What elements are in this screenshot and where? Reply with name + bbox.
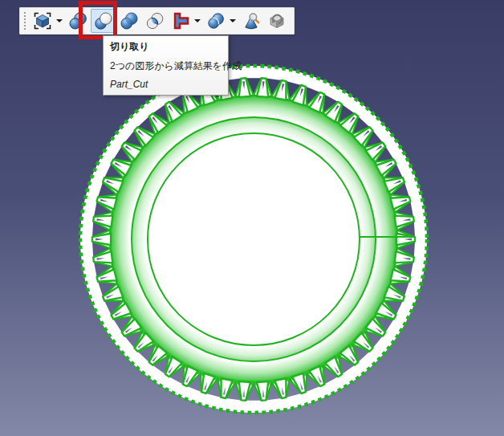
toolbar-drag-handle[interactable] [23,12,26,30]
tooltip-title: 切り取り [110,40,222,54]
part-cut-tooltip: 切り取り 2つの図形から減算結果を作成 Part_Cut [103,35,229,96]
3d-viewport[interactable] [0,0,504,436]
join-shape-icon [171,11,190,31]
toolbar-button-split[interactable] [203,9,229,33]
toolbar-button-primitives[interactable] [30,9,55,33]
check-geometry-icon [242,11,261,31]
cube-icon [33,11,52,31]
primitives-dropdown-arrow[interactable] [56,19,63,22]
tooltip-description: 2つの図形から減算結果を作成 [110,59,222,73]
split-dropdown-arrow[interactable] [230,19,236,22]
toolbar-button-join[interactable] [168,9,193,33]
toolbar-button-fuse[interactable] [116,9,142,33]
tooltip-command-name: Part_Cut [110,79,222,90]
toolbar-button-defeaturing[interactable] [264,9,290,33]
gear-shape[interactable] [0,0,504,436]
fuse-spheres-icon [120,11,139,31]
split-spheres-icon [206,11,226,31]
toolbar-button-check-geometry[interactable] [238,9,264,33]
red-highlight-box [79,1,117,39]
join-dropdown-arrow[interactable] [194,19,201,22]
part-boolean-toolbar [19,7,295,35]
common-spheres-icon [145,11,165,31]
toolbar-button-common[interactable] [142,9,168,33]
defeaturing-icon [267,11,287,31]
